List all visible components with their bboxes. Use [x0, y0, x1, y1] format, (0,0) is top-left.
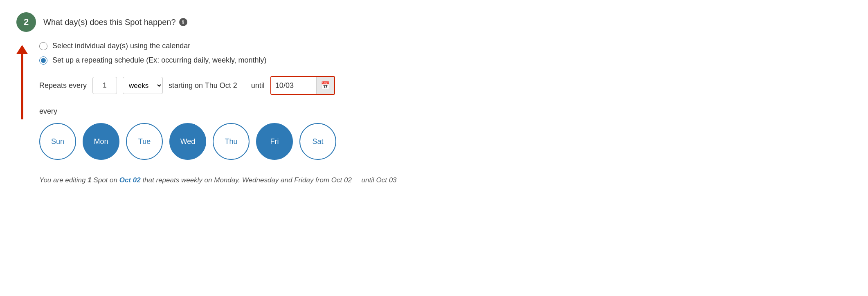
day-sun[interactable]: Sun	[39, 123, 76, 160]
day-fri[interactable]: Fri	[256, 123, 293, 160]
starting-text: starting on Thu Oct 2	[169, 81, 237, 90]
days-row: Sun Mon Tue Wed Thu Fri Sat	[39, 123, 852, 160]
repeat-number-input[interactable]	[92, 77, 117, 94]
day-wed[interactable]: Wed	[169, 123, 206, 160]
summary-middle: that repeats weekly on Monday, Wednesday…	[141, 176, 352, 184]
summary-suffix: until Oct 03	[362, 176, 397, 184]
until-date-input[interactable]	[271, 77, 316, 94]
day-tue[interactable]: Tue	[126, 123, 163, 160]
day-thu[interactable]: Thu	[213, 123, 250, 160]
summary-text: You are editing 1 Spot on Oct 02 that re…	[39, 175, 852, 186]
until-label: until	[251, 81, 265, 90]
section-header: 2 What day(s) does this Spot happen? ℹ	[16, 12, 852, 32]
radio-individual-label: Select individual day(s) using the calen…	[52, 42, 190, 50]
summary-spot-label: Spot on	[92, 176, 119, 184]
radio-repeating-input[interactable]	[39, 56, 47, 65]
radio-repeating[interactable]: Set up a repeating schedule (Ex: occurri…	[39, 56, 852, 65]
step-number: 2	[16, 12, 36, 32]
section-title: What day(s) does this Spot happen? ℹ	[43, 18, 187, 27]
day-mon[interactable]: Mon	[83, 123, 119, 160]
frequency-select[interactable]: days weeks months	[123, 77, 163, 94]
section-title-text: What day(s) does this Spot happen?	[43, 18, 176, 27]
radio-group: Select individual day(s) using the calen…	[39, 42, 852, 65]
every-label: every	[39, 107, 852, 116]
arrow-shaft	[21, 54, 23, 119]
summary-prefix: You are editing	[39, 176, 88, 184]
schedule-row: Repeats every days weeks months starting…	[39, 76, 852, 95]
date-input-wrapper: 📅	[270, 76, 335, 95]
repeats-every-label: Repeats every	[39, 81, 87, 90]
arrow-column	[16, 42, 28, 186]
day-sat[interactable]: Sat	[299, 123, 336, 160]
calendar-button[interactable]: 📅	[316, 77, 334, 94]
arrow-head	[16, 45, 28, 54]
summary-date-highlight: Oct 02	[119, 176, 141, 184]
summary-count: 1	[88, 176, 91, 184]
radio-individual[interactable]: Select individual day(s) using the calen…	[39, 42, 852, 50]
content-area: Select individual day(s) using the calen…	[16, 42, 852, 186]
radio-individual-input[interactable]	[39, 42, 47, 50]
calendar-icon: 📅	[321, 81, 330, 90]
main-content: Select individual day(s) using the calen…	[39, 42, 852, 186]
info-icon[interactable]: ℹ	[179, 18, 187, 26]
radio-repeating-label: Set up a repeating schedule (Ex: occurri…	[52, 56, 267, 65]
